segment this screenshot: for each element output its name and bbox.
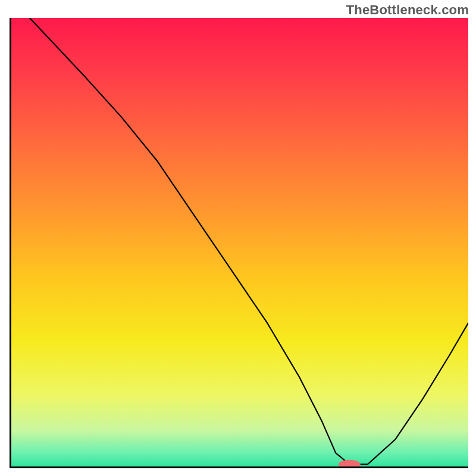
- watermark-text: TheBottleneck.com: [346, 2, 469, 18]
- chart-svg: [11, 18, 468, 466]
- chart-plot-area: [10, 18, 468, 468]
- gradient-background: [11, 18, 468, 466]
